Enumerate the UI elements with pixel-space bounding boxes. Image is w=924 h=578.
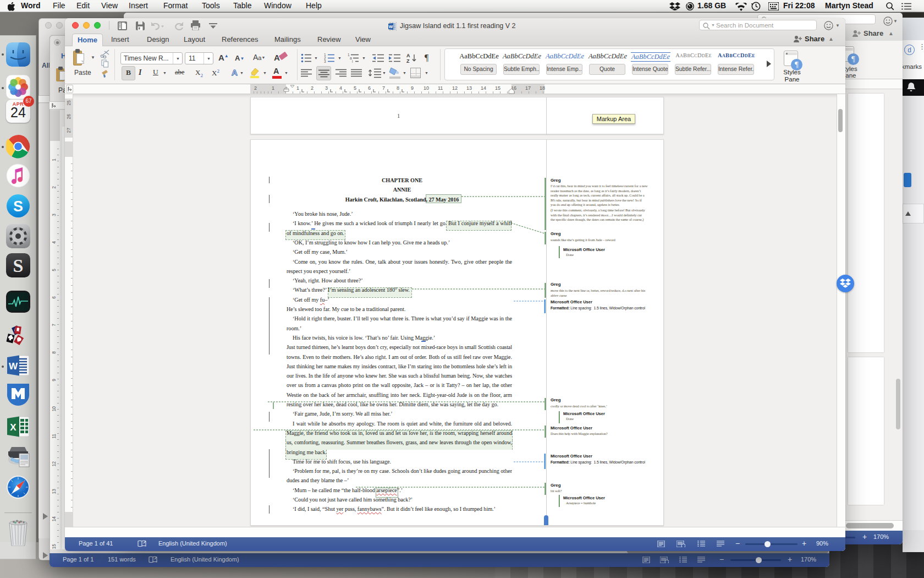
svg-text:A: A [406, 53, 410, 58]
svg-text:Z: Z [406, 58, 410, 63]
svg-text:S: S [13, 255, 24, 276]
svg-text:S: S [13, 198, 23, 215]
svg-text:3: 3 [324, 59, 326, 63]
svg-text:i: i [352, 59, 353, 63]
svg-text:X: X [10, 422, 16, 433]
svg-text:W: W [389, 24, 393, 29]
svg-text:W: W [9, 361, 18, 372]
